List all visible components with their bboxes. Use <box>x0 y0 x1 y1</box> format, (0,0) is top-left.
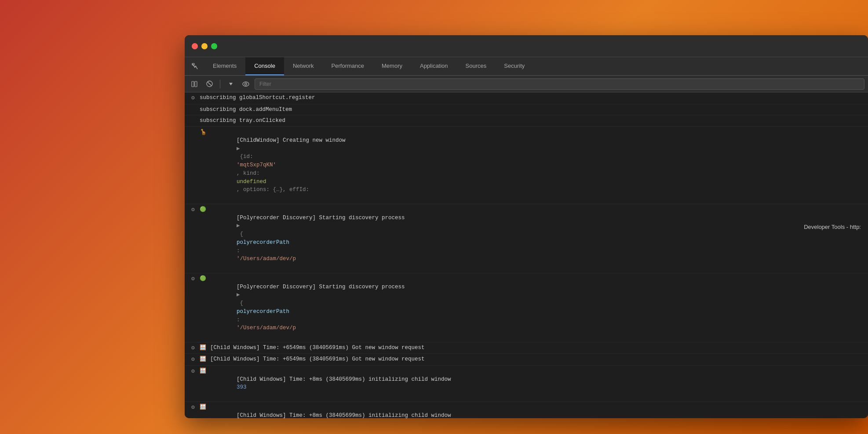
row-text: [Child Windows] Time: +8ms (38405699ms) … <box>210 403 864 418</box>
tab-performance[interactable]: Performance <box>323 57 373 75</box>
row-text: subscribing globalShortcut.register <box>200 94 864 102</box>
row-text: [Polyrecorder Discovery] Starting discov… <box>210 206 864 272</box>
svg-rect-2 <box>195 81 197 87</box>
title-bar: Developer Tools - http: <box>185 35 868 57</box>
minimize-button[interactable] <box>201 43 208 49</box>
inspect-icon[interactable] <box>186 57 204 75</box>
console-row: ⚙ subscribing globalShortcut.register <box>185 92 868 104</box>
tab-application[interactable]: Application <box>411 57 457 75</box>
console-row: 🦒 [ChildWindow] Creating new window ▶ {i… <box>185 127 868 204</box>
console-row: ⚙ 🟢 [Polyrecorder Discovery] Starting di… <box>185 204 868 273</box>
console-row: ⚙ 🪟 [Child Windows] Time: +6549ms (38405… <box>185 354 868 366</box>
maximize-button[interactable] <box>211 43 217 49</box>
svg-line-4 <box>208 82 212 86</box>
green-circle-emoji: 🟢 <box>200 206 208 213</box>
console-toolbar <box>185 76 868 92</box>
gear-icon: ⚙ <box>188 275 198 283</box>
row-text: subscribing tray.onClicked <box>200 117 864 125</box>
window-emoji: 🪟 <box>200 355 208 363</box>
row-text: [Polyrecorder Discovery] Starting discov… <box>210 275 864 341</box>
row-text: [Child Windows] Time: +8ms (38405699ms) … <box>210 367 864 400</box>
gear-icon: ⚙ <box>188 355 198 364</box>
svg-rect-1 <box>192 81 194 87</box>
console-row: ⚙ 🪟 [Child Windows] Time: +8ms (38405699… <box>185 366 868 402</box>
traffic-lights <box>192 43 217 49</box>
gear-icon: ⚙ <box>188 206 198 214</box>
tab-bar: Elements Console Network Performance Mem… <box>185 57 868 76</box>
console-content[interactable]: ⚙ subscribing globalShortcut.register su… <box>185 92 868 418</box>
console-row: ⚙ 🟢 [Polyrecorder Discovery] Starting di… <box>185 273 868 342</box>
filter-input[interactable] <box>255 78 864 90</box>
green-circle-emoji: 🟢 <box>200 275 208 283</box>
console-row: ⚙ 🪟 [Child Windows] Time: +6549ms (38405… <box>185 342 868 354</box>
close-button[interactable] <box>192 43 198 49</box>
clear-console-button[interactable] <box>203 78 215 90</box>
window-emoji: 🪟 <box>200 344 208 352</box>
svg-point-6 <box>243 82 249 86</box>
execute-button[interactable] <box>188 78 201 90</box>
devtools-window: Developer Tools - http: Elements Console… <box>185 35 868 418</box>
window-title: Developer Tools - http: <box>804 224 861 230</box>
row-text: subscribing dock.addMenuItem <box>200 106 864 114</box>
row-text: [Child Windows] Time: +6549ms (38405691m… <box>210 355 864 364</box>
window-emoji: 🪟 <box>200 367 208 375</box>
console-row: subscribing dock.addMenuItem <box>185 104 868 116</box>
gear-icon: ⚙ <box>188 94 198 103</box>
svg-marker-5 <box>229 83 233 85</box>
tab-memory[interactable]: Memory <box>373 57 411 75</box>
console-row: subscribing tray.onClicked <box>185 115 868 127</box>
tab-sources[interactable]: Sources <box>457 57 496 75</box>
tab-security[interactable]: Security <box>495 57 533 75</box>
gear-icon: ⚙ <box>188 367 198 376</box>
tab-elements[interactable]: Elements <box>204 57 245 75</box>
toolbar-divider-1 <box>220 80 220 88</box>
row-text: [Child Windows] Time: +6549ms (38405691m… <box>210 344 864 352</box>
giraffe-emoji: 🦒 <box>200 128 208 137</box>
gear-icon: ⚙ <box>188 403 198 412</box>
filter-dropdown-button[interactable] <box>225 78 237 90</box>
eye-button[interactable] <box>240 78 252 90</box>
window-emoji: 🪟 <box>200 403 208 411</box>
gear-icon: ⚙ <box>188 344 198 353</box>
tab-network[interactable]: Network <box>284 57 323 75</box>
console-row: ⚙ 🪟 [Child Windows] Time: +8ms (38405699… <box>185 402 868 418</box>
row-text: [ChildWindow] Creating new window ▶ {id:… <box>210 128 864 202</box>
svg-point-7 <box>245 83 247 85</box>
tab-console[interactable]: Console <box>245 57 284 75</box>
